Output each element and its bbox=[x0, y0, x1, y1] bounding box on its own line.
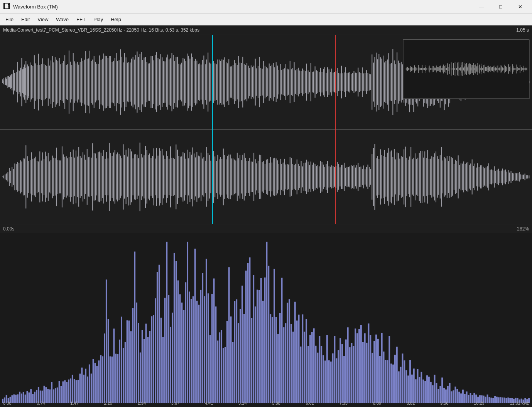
svg-rect-165 bbox=[202, 60, 203, 104]
menu-item-help[interactable]: Help bbox=[107, 15, 125, 24]
svg-rect-199 bbox=[249, 68, 250, 96]
svg-rect-678 bbox=[387, 153, 388, 201]
svg-rect-835 bbox=[445, 69, 446, 70]
svg-rect-607 bbox=[288, 165, 289, 189]
menu-item-fft[interactable]: FFT bbox=[73, 15, 90, 24]
svg-rect-247 bbox=[316, 70, 317, 94]
svg-rect-1128 bbox=[347, 327, 349, 403]
svg-rect-236 bbox=[301, 71, 302, 93]
svg-rect-541 bbox=[196, 152, 197, 202]
svg-rect-495 bbox=[133, 158, 133, 195]
svg-rect-883 bbox=[481, 66, 482, 71]
svg-rect-538 bbox=[193, 148, 193, 207]
svg-rect-548 bbox=[206, 147, 207, 207]
maximize-button[interactable]: □ bbox=[492, 1, 510, 13]
svg-rect-1077 bbox=[251, 318, 252, 403]
svg-rect-267 bbox=[344, 72, 345, 92]
svg-rect-573 bbox=[241, 160, 242, 193]
svg-rect-889 bbox=[486, 67, 487, 71]
svg-rect-204 bbox=[256, 68, 257, 96]
svg-rect-180 bbox=[223, 60, 224, 104]
svg-rect-851 bbox=[457, 62, 458, 75]
svg-rect-987 bbox=[81, 368, 83, 403]
menu-item-view[interactable]: View bbox=[34, 15, 52, 24]
svg-rect-762 bbox=[504, 170, 505, 183]
svg-rect-1129 bbox=[349, 347, 351, 403]
svg-rect-778 bbox=[526, 175, 527, 179]
svg-rect-265 bbox=[341, 66, 342, 99]
svg-rect-1116 bbox=[324, 361, 326, 403]
svg-rect-1158 bbox=[404, 360, 405, 403]
svg-rect-1026 bbox=[155, 298, 156, 403]
svg-rect-724 bbox=[451, 157, 452, 197]
svg-rect-1163 bbox=[413, 368, 415, 403]
svg-rect-111 bbox=[127, 63, 128, 102]
svg-rect-405 bbox=[7, 172, 8, 182]
svg-rect-827 bbox=[439, 68, 439, 71]
svg-rect-192 bbox=[240, 62, 240, 101]
svg-rect-885 bbox=[483, 65, 484, 73]
svg-rect-877 bbox=[477, 63, 478, 75]
svg-rect-104 bbox=[117, 61, 118, 103]
svg-rect-757 bbox=[497, 170, 498, 184]
svg-rect-553 bbox=[213, 151, 214, 203]
svg-rect-498 bbox=[137, 155, 137, 199]
svg-rect-151 bbox=[182, 58, 183, 106]
menu-item-edit[interactable]: Edit bbox=[17, 15, 34, 24]
svg-rect-225 bbox=[285, 64, 286, 100]
svg-rect-1072 bbox=[242, 286, 243, 403]
svg-rect-244 bbox=[312, 72, 312, 92]
waveform-canvas[interactable]: // This won't execute in SVG, use JS bel… bbox=[0, 35, 532, 224]
svg-rect-550 bbox=[209, 155, 210, 198]
svg-rect-909 bbox=[502, 66, 502, 72]
svg-rect-305 bbox=[397, 52, 397, 112]
menu-item-wave[interactable]: Wave bbox=[52, 15, 73, 24]
svg-rect-1042 bbox=[185, 282, 186, 403]
svg-rect-599 bbox=[277, 160, 278, 193]
svg-rect-1006 bbox=[117, 354, 118, 403]
svg-rect-507 bbox=[149, 153, 150, 200]
svg-rect-845 bbox=[453, 69, 453, 69]
svg-rect-97 bbox=[108, 58, 108, 106]
svg-rect-878 bbox=[478, 66, 478, 72]
svg-rect-1068 bbox=[234, 301, 235, 403]
svg-rect-22 bbox=[3, 81, 4, 84]
svg-rect-535 bbox=[188, 158, 189, 195]
svg-rect-128 bbox=[150, 56, 151, 108]
svg-rect-1107 bbox=[307, 346, 309, 403]
svg-rect-820 bbox=[433, 66, 434, 72]
svg-rect-439 bbox=[55, 158, 56, 196]
svg-rect-451 bbox=[71, 157, 72, 197]
svg-rect-304 bbox=[395, 64, 396, 100]
svg-rect-85 bbox=[91, 61, 92, 103]
svg-rect-895 bbox=[491, 67, 491, 71]
svg-rect-590 bbox=[265, 164, 265, 190]
svg-rect-546 bbox=[203, 157, 204, 197]
close-button[interactable]: ✕ bbox=[511, 1, 529, 13]
svg-rect-116 bbox=[134, 60, 135, 105]
menu-item-file[interactable]: File bbox=[2, 15, 17, 24]
svg-rect-250 bbox=[320, 68, 321, 96]
svg-rect-698 bbox=[415, 153, 415, 200]
svg-rect-1150 bbox=[388, 336, 390, 403]
svg-rect-230 bbox=[292, 68, 293, 96]
svg-rect-903 bbox=[497, 66, 498, 72]
svg-rect-181 bbox=[224, 57, 225, 107]
minimize-button[interactable]: — bbox=[473, 1, 490, 13]
freq-label: 2.20 bbox=[104, 401, 112, 405]
svg-rect-72 bbox=[73, 53, 74, 111]
svg-rect-907 bbox=[500, 69, 501, 70]
svg-rect-995 bbox=[96, 366, 98, 403]
duration-label: 1.05 s bbox=[516, 27, 529, 33]
waveform-area[interactable]: // This won't execute in SVG, use JS bel… bbox=[0, 35, 532, 233]
svg-rect-1144 bbox=[377, 339, 379, 403]
svg-rect-801 bbox=[419, 67, 420, 71]
svg-rect-598 bbox=[276, 158, 277, 195]
svg-rect-115 bbox=[133, 57, 133, 107]
svg-rect-37 bbox=[24, 64, 25, 99]
svg-rect-506 bbox=[148, 155, 149, 198]
svg-rect-401 bbox=[2, 177, 3, 177]
menu-item-play[interactable]: Play bbox=[90, 15, 107, 24]
svg-rect-674 bbox=[382, 155, 382, 198]
svg-rect-24 bbox=[6, 79, 7, 86]
